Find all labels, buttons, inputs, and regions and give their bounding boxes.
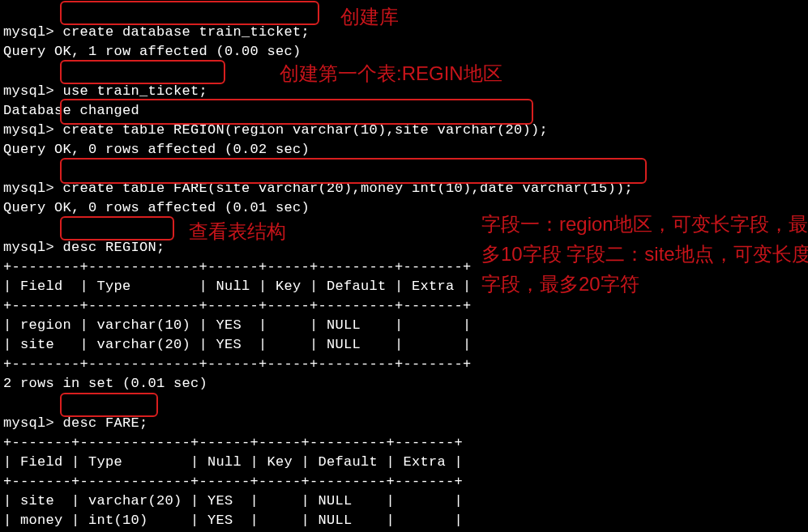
response-line: Query OK, 0 rows affected (0.01 sec) xyxy=(3,200,310,215)
mysql-prompt[interactable]: mysql> create table REGION(region varcha… xyxy=(3,122,548,138)
response-line: Query OK, 0 rows affected (0.02 sec) xyxy=(3,142,310,157)
table-header: | Field | Type | Null | Key | Default | … xyxy=(3,279,472,294)
table-border: +-------+-------------+------+-----+----… xyxy=(3,435,463,450)
table-border: +--------+-------------+------+-----+---… xyxy=(3,356,472,372)
table-row: | money | int(10) | YES | | NULL | | xyxy=(3,513,463,528)
table-header: | Field | Type | Null | Key | Default | … xyxy=(3,454,463,470)
table-border: +--------+-------------+------+-----+---… xyxy=(3,298,472,313)
table-border: +-------+-------------+------+-----+----… xyxy=(3,474,463,489)
response-line: Query OK, 1 row affected (0.00 sec) xyxy=(3,44,301,59)
response-line: 2 rows in set (0.01 sec) xyxy=(3,376,207,391)
table-row: | region | varchar(10) | YES | | NULL | … xyxy=(3,317,472,333)
mysql-prompt[interactable]: mysql> create table FARE(site varchar(20… xyxy=(3,181,633,196)
mysql-prompt[interactable]: mysql> desc FARE; xyxy=(3,415,148,431)
mysql-prompt[interactable]: mysql> use train_ticket; xyxy=(3,83,207,99)
table-row: | site | varchar(20) | YES | | NULL | | xyxy=(3,337,472,352)
table-border: +--------+-------------+------+-----+---… xyxy=(3,259,472,275)
mysql-prompt[interactable]: mysql> desc REGION; xyxy=(3,240,165,255)
annotation-create-table: 创建第一个表:REGIN地区 xyxy=(280,58,502,88)
annotation-create-db: 创建库 xyxy=(340,2,399,32)
annotation-fields: 字段一：region地区，可变长字段，最多10字段 字段二：site地点，可变长… xyxy=(481,209,808,300)
annotation-desc: 查看表结构 xyxy=(189,216,286,246)
table-row: | site | varchar(20) | YES | | NULL | | xyxy=(3,493,463,509)
response-line: Database changed xyxy=(3,103,139,118)
mysql-prompt[interactable]: mysql> create database train_ticket; xyxy=(3,24,310,40)
